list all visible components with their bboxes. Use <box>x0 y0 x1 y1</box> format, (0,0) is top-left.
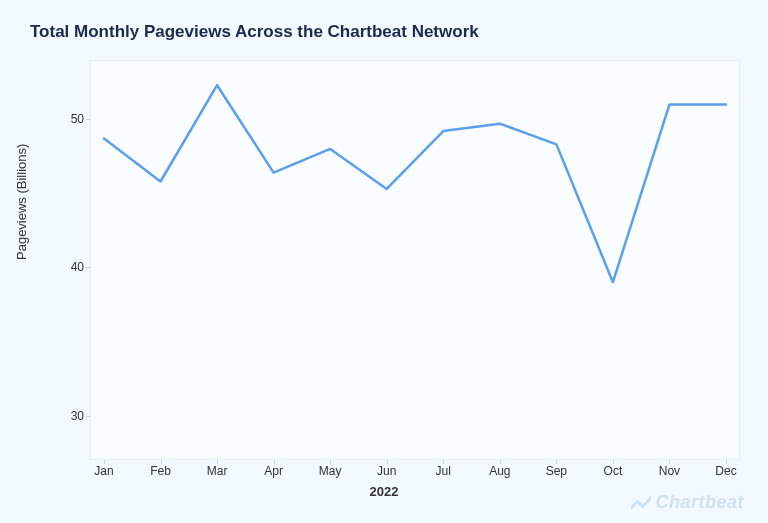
x-tick-mark <box>556 460 557 464</box>
x-tick-label: Apr <box>254 464 294 478</box>
x-tick-mark <box>669 460 670 464</box>
x-tick-mark <box>443 460 444 464</box>
x-tick-label: Feb <box>141 464 181 478</box>
x-tick-mark <box>104 460 105 464</box>
chart-title: Total Monthly Pageviews Across the Chart… <box>30 22 479 42</box>
x-tick-mark <box>330 460 331 464</box>
y-axis-label: Pageviews (Billions) <box>14 144 29 260</box>
chart-container: Total Monthly Pageviews Across the Chart… <box>0 0 768 523</box>
y-tick-mark <box>86 416 90 417</box>
chartbeat-icon <box>631 496 651 510</box>
brand-text: Chartbeat <box>655 492 744 513</box>
x-tick-mark <box>387 460 388 464</box>
line-series <box>90 60 740 460</box>
x-tick-label: Oct <box>593 464 633 478</box>
y-tick-label: 30 <box>44 409 84 423</box>
x-tick-mark <box>500 460 501 464</box>
x-tick-label: Jul <box>423 464 463 478</box>
x-tick-mark <box>613 460 614 464</box>
y-tick-mark <box>86 267 90 268</box>
y-tick-label: 50 <box>44 112 84 126</box>
y-tick-mark <box>86 119 90 120</box>
brand-logo: Chartbeat <box>631 492 744 513</box>
x-tick-label: Jan <box>84 464 124 478</box>
x-tick-mark <box>217 460 218 464</box>
x-tick-mark <box>161 460 162 464</box>
y-tick-label: 40 <box>44 260 84 274</box>
x-tick-label: Mar <box>197 464 237 478</box>
x-tick-label: Jun <box>367 464 407 478</box>
x-tick-label: Sep <box>536 464 576 478</box>
x-tick-label: Nov <box>649 464 689 478</box>
x-tick-label: Dec <box>706 464 746 478</box>
x-tick-label: May <box>310 464 350 478</box>
x-tick-mark <box>726 460 727 464</box>
x-tick-mark <box>274 460 275 464</box>
x-tick-label: Aug <box>480 464 520 478</box>
